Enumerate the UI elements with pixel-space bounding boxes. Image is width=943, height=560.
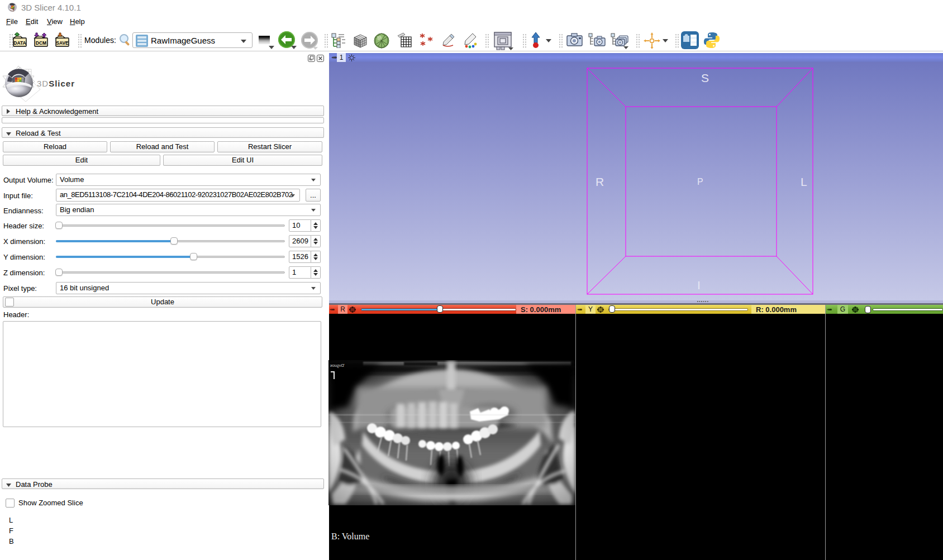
svg-text:L: L — [801, 175, 807, 188]
svg-text:ϰουϱνΩ̂: ϰουϱνΩ̂ — [330, 363, 345, 368]
svg-text:S: S — [701, 71, 709, 84]
svg-text:R: R — [596, 175, 604, 188]
svg-text:DATA: DATA — [13, 40, 26, 46]
svg-text:DCM: DCM — [36, 40, 46, 46]
svg-text:SAVE: SAVE — [56, 40, 69, 46]
svg-text:P: P — [697, 177, 703, 186]
svg-text:I: I — [697, 279, 701, 291]
